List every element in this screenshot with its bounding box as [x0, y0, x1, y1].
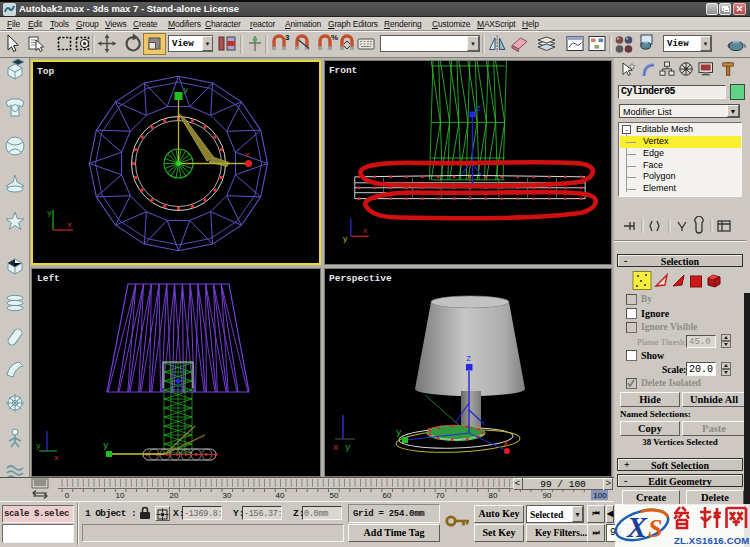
- svg-text:100: 100: [593, 491, 607, 500]
- svg-text:X: X: [626, 510, 648, 543]
- svg-text:z: z: [476, 104, 481, 114]
- svg-text:y: y: [47, 208, 52, 217]
- svg-text:20: 20: [170, 491, 179, 500]
- svg-text:Left: Left: [37, 273, 60, 284]
- svg-text:x: x: [67, 220, 72, 229]
- svg-text:Top: Top: [37, 66, 54, 77]
- svg-text:10: 10: [116, 491, 125, 500]
- svg-text:Perspective: Perspective: [329, 273, 392, 284]
- svg-text:50: 50: [330, 491, 339, 500]
- svg-text:60: 60: [383, 491, 392, 500]
- svg-text:80: 80: [489, 491, 498, 500]
- svg-text:90: 90: [543, 491, 552, 500]
- svg-text:z: z: [466, 354, 471, 364]
- svg-text:y: y: [396, 428, 402, 438]
- svg-text:0: 0: [65, 491, 70, 500]
- svg-text:30: 30: [223, 491, 232, 500]
- svg-text:x: x: [245, 150, 250, 159]
- svg-text:x: x: [333, 443, 338, 453]
- svg-text:x: x: [54, 453, 59, 462]
- svg-text:70: 70: [436, 491, 445, 500]
- svg-text:y: y: [36, 441, 41, 450]
- svg-text:S: S: [648, 514, 662, 543]
- svg-text:ZL.XS1616.COM: ZL.XS1616.COM: [674, 535, 749, 546]
- svg-text:y: y: [103, 441, 109, 451]
- svg-text:y: y: [343, 234, 348, 243]
- svg-text:x: x: [363, 226, 368, 235]
- svg-text:x: x: [503, 439, 508, 449]
- svg-text:y: y: [184, 85, 189, 94]
- svg-text:y: y: [345, 443, 351, 453]
- svg-text:Front: Front: [329, 65, 357, 76]
- svg-text:40: 40: [276, 491, 285, 500]
